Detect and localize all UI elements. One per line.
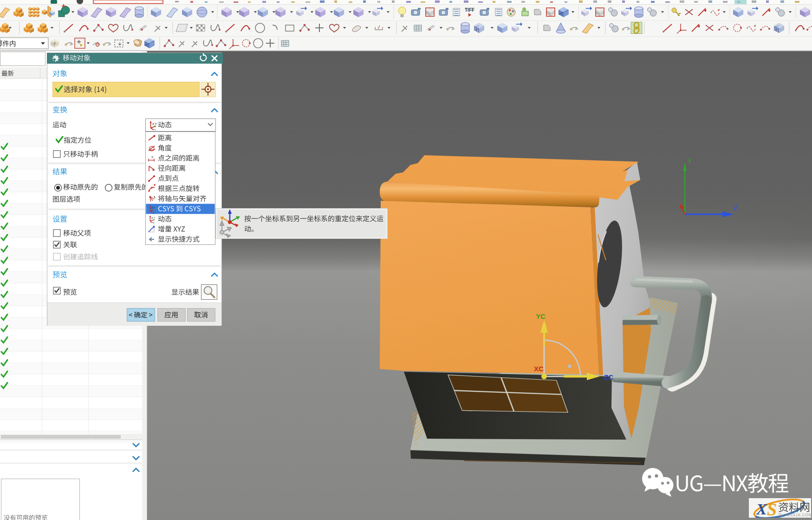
svg-text:x: x (153, 221, 155, 224)
svg-text:Y: Y (154, 217, 156, 219)
svg-text:Y: Y (154, 206, 156, 209)
svg-text:x: x (153, 211, 155, 214)
svg-text:z: z (151, 206, 153, 209)
svg-text:z: z (151, 216, 153, 219)
svg-text:x: x (151, 155, 153, 159)
